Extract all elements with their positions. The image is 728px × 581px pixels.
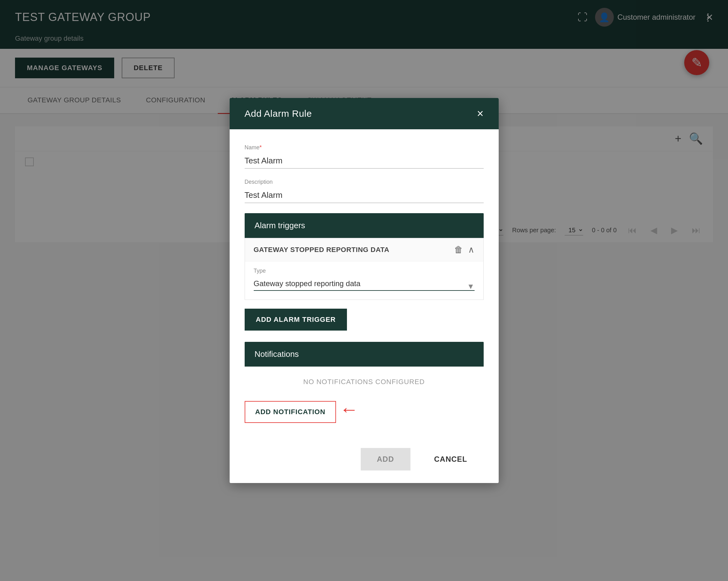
arrow-annotation-icon: ← xyxy=(340,400,359,419)
notifications-section: Notifications NO NOTIFICATIONS CONFIGURE… xyxy=(245,342,484,425)
alarm-triggers-section: Alarm triggers GATEWAY STOPPED REPORTING… xyxy=(245,213,484,331)
type-label: Type xyxy=(254,268,475,274)
no-notifications-message: NO NOTIFICATIONS CONFIGURED xyxy=(245,367,484,391)
trigger-collapse-button[interactable]: ∧ xyxy=(468,245,475,255)
trigger-title: GATEWAY STOPPED REPORTING DATA xyxy=(254,246,390,254)
trigger-item-header: GATEWAY STOPPED REPORTING DATA 🗑 ∧ xyxy=(245,238,483,261)
type-select[interactable]: Gateway stopped reporting data Connectio… xyxy=(254,277,475,291)
trigger-controls: 🗑 ∧ xyxy=(454,245,475,255)
description-input[interactable] xyxy=(245,188,484,203)
modal-overlay: Add Alarm Rule × Name* Description Alarm… xyxy=(0,0,728,581)
trigger-item: GATEWAY STOPPED REPORTING DATA 🗑 ∧ Type … xyxy=(245,238,484,300)
modal-header: Add Alarm Rule × xyxy=(230,98,499,129)
name-label: Name* xyxy=(245,144,484,151)
description-label: Description xyxy=(245,179,484,185)
trigger-body: Type Gateway stopped reporting data Conn… xyxy=(245,261,483,300)
add-notification-row: ADD NOTIFICATION ← xyxy=(245,396,484,423)
description-field: Description xyxy=(245,179,484,203)
modal-close-button[interactable]: × xyxy=(477,108,483,119)
modal-footer: ADD CANCEL xyxy=(230,435,499,483)
add-notification-button[interactable]: ADD NOTIFICATION xyxy=(245,401,336,423)
type-select-wrapper: Gateway stopped reporting data Connectio… xyxy=(254,277,475,291)
add-alarm-rule-modal: Add Alarm Rule × Name* Description Alarm… xyxy=(230,98,499,483)
alarm-triggers-header: Alarm triggers xyxy=(245,213,484,238)
cancel-button[interactable]: CANCEL xyxy=(418,448,484,471)
add-button[interactable]: ADD xyxy=(361,448,411,471)
name-input[interactable] xyxy=(245,153,484,169)
trigger-delete-button[interactable]: 🗑 xyxy=(454,245,463,255)
modal-title: Add Alarm Rule xyxy=(245,108,312,119)
notifications-header: Notifications xyxy=(245,342,484,367)
modal-body: Name* Description Alarm triggers GATEWAY… xyxy=(230,129,499,425)
name-field: Name* xyxy=(245,144,484,169)
add-alarm-trigger-button[interactable]: ADD ALARM TRIGGER xyxy=(245,309,347,331)
